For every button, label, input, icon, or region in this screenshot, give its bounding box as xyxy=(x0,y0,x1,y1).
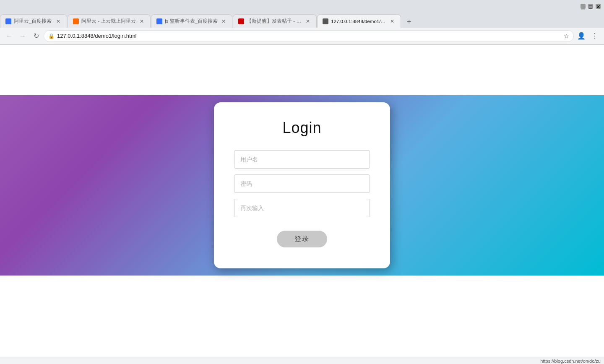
white-bottom-area xyxy=(0,276,604,357)
account-icon: 👤 xyxy=(577,32,586,40)
tab-5-favicon xyxy=(323,18,328,24)
password-input[interactable] xyxy=(234,174,370,193)
tab-3-favicon xyxy=(156,18,162,24)
forward-button[interactable]: → xyxy=(17,30,29,42)
tab-4-favicon xyxy=(238,18,244,24)
menu-button[interactable]: ⋮ xyxy=(589,30,601,42)
login-title: Login xyxy=(282,119,321,137)
tab-2-close[interactable]: ✕ xyxy=(138,18,145,25)
back-icon: ← xyxy=(6,32,13,40)
tab-1-favicon xyxy=(5,18,11,24)
refresh-button[interactable]: ↻ xyxy=(30,30,42,42)
login-button[interactable]: 登录 xyxy=(277,231,327,247)
minimize-button[interactable]: _ xyxy=(581,4,586,9)
tab-4-close[interactable]: ✕ xyxy=(305,18,311,25)
status-bar: https://blog.csdn.net/on/do/zu xyxy=(0,357,604,364)
gradient-section: Login 登录 xyxy=(0,95,604,276)
tab-5-close[interactable]: ✕ xyxy=(389,18,396,25)
white-top-area xyxy=(0,45,604,95)
maximize-button[interactable]: □ xyxy=(588,4,593,9)
close-button[interactable]: ✕ xyxy=(596,4,601,9)
tab-5[interactable]: 127.0.0.1:8848/demo1/login.h ✕ xyxy=(317,14,401,28)
tab-3-close[interactable]: ✕ xyxy=(220,18,227,25)
tab-2-label: 阿里云 - 上云就上阿里云 xyxy=(81,18,136,24)
username-input[interactable] xyxy=(234,150,370,169)
login-form: 登录 xyxy=(234,150,370,247)
menu-icon: ⋮ xyxy=(591,32,598,40)
refresh-icon: ↻ xyxy=(34,32,39,40)
forward-icon: → xyxy=(19,32,26,40)
tab-1-label: 阿里云_百度搜索 xyxy=(14,18,52,24)
toolbar-right: 👤 ⋮ xyxy=(575,30,601,42)
bookmark-icon[interactable]: ☆ xyxy=(564,33,569,39)
tab-2-favicon xyxy=(73,18,79,24)
toolbar: ← → ↻ 🔒 127.0.0.1:8848/demo1/login.html … xyxy=(0,28,604,44)
lock-icon: 🔒 xyxy=(48,33,55,39)
confirm-password-input[interactable] xyxy=(234,199,370,217)
url-display: 127.0.0.1:8848/demo1/login.html xyxy=(57,33,561,39)
main-content: Login 登录 xyxy=(0,45,604,357)
title-bar: _ □ ✕ xyxy=(0,0,604,13)
tab-3-label: js 监听事件表_百度搜索 xyxy=(165,18,218,24)
new-tab-button[interactable]: + xyxy=(403,16,415,28)
account-button[interactable]: 👤 xyxy=(575,30,587,42)
tab-4[interactable]: 【新提醒】发表帖子 - JavaScrip ✕ xyxy=(233,14,317,28)
status-url: https://blog.csdn.net/on/do/zu xyxy=(540,359,601,364)
tab-1-close[interactable]: ✕ xyxy=(55,18,62,25)
login-card: Login 登录 xyxy=(214,102,390,268)
tab-1[interactable]: 阿里云_百度搜索 ✕ xyxy=(0,14,67,28)
tab-2[interactable]: 阿里云 - 上云就上阿里云 ✕ xyxy=(68,14,151,28)
address-bar[interactable]: 🔒 127.0.0.1:8848/demo1/login.html ☆ xyxy=(44,30,574,42)
title-bar-controls: _ □ ✕ xyxy=(581,4,601,9)
tab-4-label: 【新提醒】发表帖子 - JavaScrip xyxy=(247,18,302,24)
tab-bar: 阿里云_百度搜索 ✕ 阿里云 - 上云就上阿里云 ✕ js 监听事件表_百度搜索… xyxy=(0,13,604,28)
tab-3[interactable]: js 监听事件表_百度搜索 ✕ xyxy=(151,14,232,28)
back-button[interactable]: ← xyxy=(3,30,15,42)
tab-5-label: 127.0.0.1:8848/demo1/login.h xyxy=(331,19,386,24)
